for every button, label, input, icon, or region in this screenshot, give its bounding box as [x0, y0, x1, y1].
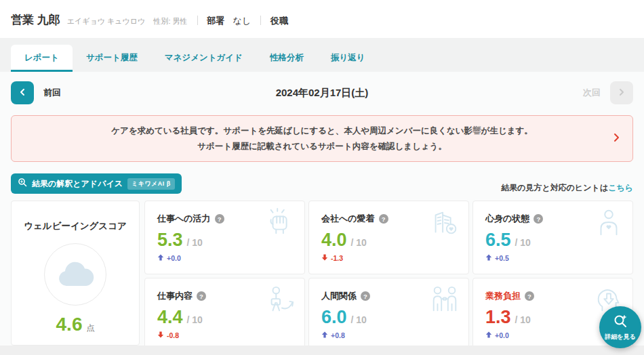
metric-label: 業務負担 [485, 290, 521, 302]
cloud-icon [56, 259, 94, 290]
metric-delta: +0.0 [157, 254, 292, 262]
arrow-up-icon [321, 331, 328, 339]
metric-card-work-vitality: 仕事への活力 ? 5.3 / 10 +0.0 [144, 201, 305, 274]
bottom-strip [0, 346, 644, 355]
fab-label: 詳細を見る [605, 333, 635, 341]
arrow-down-icon [321, 254, 328, 262]
metric-card-company-attachment: 会社への愛着 ? 4.0 / 10 -1.3 [308, 201, 469, 274]
tab-bar: レポート サポート履歴 マネジメントガイド 性格分析 振り返り [0, 38, 644, 72]
help-icon[interactable]: ? [361, 291, 370, 301]
person-heart-icon [593, 207, 624, 241]
report-date: 2024年02月17日(土) [0, 87, 644, 100]
badge-label: 結果の解釈とアドバイス [32, 178, 123, 190]
metric-label: 会社への愛着 [321, 213, 375, 225]
metric-label: 人間関係 [321, 290, 357, 302]
alert-line-1: ケアを求めている社員です。サポートを先延ばしにすると、本人や周辺メンバーに良くな… [47, 123, 597, 139]
magnifier-plus-icon [613, 314, 628, 331]
metric-max: / 10 [187, 314, 203, 325]
person-arrow-icon [265, 285, 296, 318]
previous-label: 前回 [43, 87, 61, 99]
metric-delta: +0.5 [485, 254, 620, 262]
chevron-left-icon [18, 88, 26, 98]
interpretation-advice-button[interactable]: 結果の解釈とアドバイス ミキワメAI β [11, 173, 182, 194]
help-icon[interactable]: ? [534, 214, 543, 224]
metric-grid: 仕事への活力 ? 5.3 / 10 +0.0 [144, 201, 633, 346]
tab-personality-analysis[interactable]: 性格分析 [256, 45, 317, 72]
report-content: ウェルビーイングスコア 4.6 点 仕事への活力 ? 5.3 [11, 201, 633, 346]
metric-value: 5.3 [157, 230, 183, 251]
section-header-row: 結果の解釈とアドバイス ミキワメAI β 結果の見方と対応のヒントはこちら [11, 173, 633, 194]
metric-card-mind-body: 心身の状態 ? 6.5 / 10 +0.5 [472, 201, 633, 274]
metric-value: 4.0 [321, 230, 347, 251]
tab-reflection[interactable]: 振り返り [317, 45, 379, 72]
employee-name-kana: エイギョウ キュウロウ [67, 16, 146, 26]
date-navigation: 前回 2024年02月17日(土) 次回 [0, 72, 644, 112]
wellbeing-score-unit: 点 [86, 322, 94, 334]
metric-value: 6.0 [321, 307, 347, 328]
ai-beta-tag: ミキワメAI β [127, 178, 175, 190]
arrow-up-icon [157, 254, 164, 262]
help-icon[interactable]: ? [197, 291, 206, 301]
building-heart-icon [429, 207, 460, 241]
metric-max: / 10 [351, 314, 367, 325]
department-value: なし [233, 15, 251, 27]
two-people-icon [429, 285, 460, 318]
metric-value: 6.5 [485, 230, 511, 251]
help-icon[interactable]: ? [215, 214, 224, 224]
wellbeing-score-card: ウェルビーイングスコア 4.6 点 [11, 201, 140, 346]
header-divider [197, 16, 198, 25]
metric-delta: -0.8 [157, 331, 292, 339]
metric-max: / 10 [515, 237, 531, 248]
metric-delta: +0.8 [321, 331, 456, 339]
arrow-down-icon [157, 331, 164, 339]
view-details-fab[interactable]: 詳細を見る [599, 306, 641, 348]
magnifier-icon [18, 178, 27, 190]
metric-max: / 10 [351, 237, 367, 248]
alert-line-2: サポート履歴に記載されているサポート内容を確認しましょう。 [47, 139, 597, 154]
metric-label: 仕事への活力 [157, 213, 211, 225]
metric-max: / 10 [187, 237, 203, 248]
metric-card-job-content: 仕事内容 ? 4.4 / 10 -0.8 [144, 278, 305, 352]
care-alert-banner[interactable]: ケアを求めている社員です。サポートを先延ばしにすると、本人や周辺メンバーに良くな… [11, 115, 633, 162]
employee-gender: 性別: 男性 [153, 16, 187, 26]
wellbeing-score-value: 4.6 [56, 314, 83, 335]
next-report-button[interactable] [610, 81, 633, 104]
metric-value: 4.4 [157, 307, 183, 328]
metric-max: / 10 [515, 314, 531, 325]
metric-card-relationships: 人間関係 ? 6.0 / 10 +0.8 [308, 278, 469, 352]
role-label: 役職 [270, 15, 288, 27]
metric-value: 1.3 [485, 307, 511, 328]
chevron-right-icon [612, 133, 620, 145]
chevron-right-icon [618, 88, 626, 98]
tab-management-guide[interactable]: マネジメントガイド [151, 45, 256, 72]
results-hint: 結果の見方と対応のヒントはこちら [501, 182, 633, 194]
previous-report-button[interactable] [11, 81, 34, 104]
metric-delta: -1.3 [321, 254, 456, 262]
department-label: 部署 [207, 15, 225, 27]
metric-label: 心身の状態 [485, 213, 529, 225]
tab-support-history[interactable]: サポート履歴 [73, 45, 151, 72]
header-divider [260, 16, 261, 25]
arrow-up-icon [485, 254, 492, 262]
employee-report-page: 営業 九郎 エイギョウ キュウロウ 性別: 男性 部署 なし 役職 レポート サ… [0, 0, 644, 355]
wellbeing-title: ウェルビーイングスコア [24, 220, 127, 232]
help-icon[interactable]: ? [525, 291, 534, 301]
wellbeing-gauge [44, 243, 106, 306]
employee-header: 営業 九郎 エイギョウ キュウロウ 性別: 男性 部署 なし 役職 [0, 0, 644, 38]
employee-name: 営業 九郎 [11, 12, 60, 28]
help-icon[interactable]: ? [379, 214, 388, 224]
hint-link[interactable]: こちら [608, 183, 633, 192]
tab-report[interactable]: レポート [11, 45, 73, 72]
next-label: 次回 [583, 87, 601, 99]
wellbeing-score-row: 4.6 点 [56, 314, 95, 335]
metric-label: 仕事内容 [157, 290, 193, 302]
fist-icon [265, 207, 296, 241]
arrow-up-icon [485, 331, 492, 339]
hint-text: 結果の見方と対応のヒントは [501, 183, 608, 192]
